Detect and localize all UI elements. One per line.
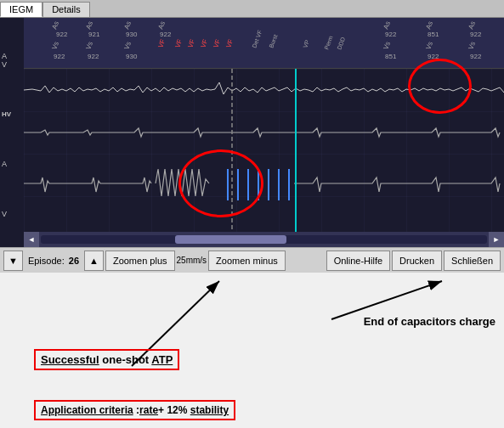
signal-area [24, 69, 504, 232]
svg-text:DDD: DDD [336, 37, 346, 51]
svg-text:930: 930 [126, 53, 138, 60]
zoom-minus-button[interactable]: Zoomen minus [208, 251, 286, 271]
scroll-thumb[interactable] [175, 235, 286, 244]
svg-text:922: 922 [88, 53, 99, 60]
tab-details[interactable]: Details [42, 2, 90, 17]
svg-text:As: As [156, 20, 167, 31]
svg-text:921: 921 [88, 31, 100, 38]
scroll-left-button[interactable]: ◄ [24, 232, 39, 247]
svg-text:VF: VF [224, 38, 235, 49]
svg-text:922: 922 [428, 53, 439, 60]
svg-text:Vs: Vs [424, 41, 434, 51]
scrollbar: ◄ ► [24, 232, 504, 247]
svg-text:Vs: Vs [467, 41, 477, 51]
tab-bar: IEGM Details [0, 0, 504, 18]
svg-text:Vs: Vs [122, 41, 133, 51]
svg-text:Burst: Burst [268, 34, 278, 49]
speed-label: 25mm/s [177, 256, 207, 265]
marker-labels-svg: As 922 As 921 As 930 As 922 As 922 As 85… [48, 18, 504, 69]
svg-text:VF: VF [186, 38, 196, 49]
svg-text:922: 922 [54, 53, 65, 60]
svg-text:Vs: Vs [382, 41, 392, 51]
episode-down-button[interactable]: ▼ [3, 251, 23, 271]
close-button[interactable]: Schließen [444, 251, 501, 271]
svg-text:Det VF: Det VF [251, 29, 263, 48]
svg-text:922: 922 [56, 31, 68, 38]
svg-text:As: As [424, 20, 434, 31]
svg-text:Vs: Vs [50, 41, 60, 51]
channel-labels: AV HV A V [0, 18, 25, 247]
online-help-button[interactable]: Online-Hilfe [326, 251, 390, 271]
zoom-plus-button[interactable]: Zoomen plus [105, 251, 175, 271]
svg-text:851: 851 [428, 31, 439, 38]
svg-text:922: 922 [160, 31, 172, 38]
svg-text:Perm: Perm [323, 35, 333, 50]
scroll-right-button[interactable]: ► [489, 232, 504, 247]
svg-text:As: As [50, 20, 60, 31]
svg-line-49 [331, 281, 442, 319]
svg-text:As: As [467, 20, 477, 31]
channel-hv-label: HV [2, 110, 24, 118]
svg-text:922: 922 [470, 31, 482, 38]
print-button[interactable]: Drucken [392, 251, 442, 271]
application-criteria-box: Application criteria :rate+ 12% stabilit… [34, 400, 235, 420]
svg-text:As: As [84, 20, 94, 31]
channel-a-label: A [2, 160, 24, 168]
svg-text:As: As [122, 20, 133, 31]
svg-text:VF: VF [212, 38, 222, 49]
svg-rect-39 [24, 69, 504, 232]
svg-text:930: 930 [126, 31, 138, 38]
svg-text:VP: VP [302, 39, 310, 48]
scroll-track[interactable] [41, 235, 487, 244]
channel-v-label: V [2, 210, 24, 218]
channel-av-label: AV [2, 52, 24, 69]
svg-text:851: 851 [385, 53, 397, 60]
svg-text:Vs: Vs [84, 41, 94, 51]
marker-row: As 922 As 921 As 930 As 922 As 922 As 85… [24, 18, 504, 69]
svg-text:VF: VF [199, 38, 209, 49]
svg-text:922: 922 [470, 53, 482, 60]
traces-svg [24, 69, 504, 232]
episode-label: Episode: 26 [25, 256, 82, 266]
episode-up-button[interactable]: ▲ [84, 251, 104, 271]
successful-atp-box: Successful one-shot ATP [34, 349, 179, 370]
annotation-area: End of capacitors charge Successful one-… [0, 273, 504, 428]
iegm-container: AV HV A V As 922 As 921 As 930 As 922 As… [0, 18, 504, 247]
svg-text:VF: VF [173, 38, 184, 49]
svg-text:922: 922 [385, 31, 397, 38]
tab-iegm[interactable]: IEGM [0, 2, 42, 17]
controls-bar: ▼ Episode: 26 ▲ Zoomen plus 25mm/s Zoome… [0, 247, 504, 273]
svg-text:VF: VF [156, 38, 167, 49]
end-of-capacitors-text: End of capacitors charge [364, 315, 496, 328]
svg-text:As: As [382, 20, 392, 31]
